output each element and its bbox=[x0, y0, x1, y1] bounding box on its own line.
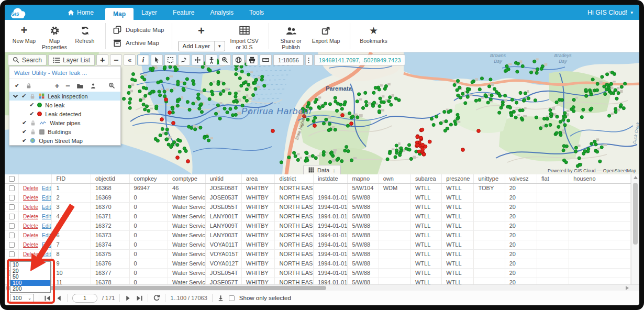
table-row[interactable]: DeleteEdit3163700Water Service ...JOSE05… bbox=[5, 202, 631, 212]
table-row[interactable]: DeleteEdit9163760Water Service ...VOYA01… bbox=[5, 259, 631, 268]
scroll-up-icon[interactable] bbox=[634, 176, 638, 179]
delete-link[interactable]: Delete bbox=[23, 223, 38, 229]
check-icon[interactable]: ✔ bbox=[22, 128, 27, 135]
map-properties-button[interactable]: Map Properties bbox=[39, 21, 70, 51]
page-size-option-200[interactable]: 200 bbox=[10, 286, 50, 292]
row-checkbox[interactable] bbox=[9, 223, 15, 229]
refresh-button[interactable]: Refresh bbox=[70, 21, 100, 51]
zoom-in-button[interactable]: + bbox=[96, 54, 108, 65]
column-header-compkey[interactable]: compkey bbox=[129, 174, 168, 183]
map-canvas[interactable]: Porirua Harbour Paremata BrownsBay Brade… bbox=[5, 52, 639, 174]
layer-item-water-pipes[interactable]: ✔ Water pipes bbox=[9, 118, 120, 127]
reload-table-button[interactable] bbox=[153, 294, 160, 302]
add-layer-caret-icon[interactable]: ▾ bbox=[215, 41, 225, 51]
share-publish-button[interactable]: Share or Publish bbox=[274, 21, 308, 51]
first-page-button[interactable] bbox=[44, 295, 51, 302]
page-size-dropdown[interactable]: 102050100200 bbox=[10, 261, 51, 293]
bookmarks-button[interactable]: ★ Bookmarks bbox=[356, 21, 392, 51]
delete-link[interactable]: Delete bbox=[23, 251, 38, 257]
table-row[interactable]: DeleteEdit11163780Water Service ...JOSE0… bbox=[5, 278, 631, 284]
column-header-unitid[interactable]: unitid bbox=[205, 174, 241, 183]
delete-link[interactable]: Delete bbox=[23, 233, 38, 238]
horizontal-scroll-thumb[interactable] bbox=[6, 286, 326, 290]
person-icon[interactable] bbox=[90, 83, 96, 89]
delete-link[interactable]: Delete bbox=[23, 204, 38, 210]
vertical-scrollbar[interactable] bbox=[631, 174, 639, 284]
collapse-toolbar-button[interactable]: « bbox=[124, 54, 136, 65]
edit-link[interactable]: Edit bbox=[42, 204, 51, 210]
full-extent-button[interactable] bbox=[232, 54, 245, 65]
table-row[interactable]: DeleteEdit6163730Water Service ...LANY00… bbox=[5, 230, 631, 240]
table-row[interactable]: DeleteEdit8163750Water Service ...VOYA01… bbox=[5, 249, 631, 259]
edit-link[interactable]: Edit bbox=[42, 233, 51, 238]
more-options-button[interactable]: ⋮ bbox=[305, 54, 313, 65]
column-header-own[interactable]: own bbox=[379, 174, 410, 183]
page-size-option-10[interactable]: 10 bbox=[10, 262, 50, 268]
select-area-button[interactable] bbox=[164, 54, 176, 65]
export-map-button[interactable]: Export Map bbox=[308, 21, 345, 51]
zoom-out-button[interactable]: − bbox=[110, 54, 122, 65]
check-icon[interactable]: ✔ bbox=[29, 102, 34, 108]
column-header-FID[interactable]: FID bbox=[52, 174, 91, 183]
measure-button[interactable] bbox=[260, 54, 272, 65]
vertical-scroll-thumb[interactable] bbox=[633, 183, 638, 245]
layer-item-leak-detected[interactable]: ✔ Leak detected bbox=[9, 109, 120, 118]
select-all-checkbox[interactable] bbox=[9, 176, 15, 182]
row-checkbox[interactable] bbox=[9, 214, 15, 219]
column-header-comptype[interactable]: comptype bbox=[168, 174, 206, 183]
download-icon[interactable] bbox=[217, 295, 224, 302]
gps-tool-button[interactable] bbox=[205, 54, 217, 65]
next-page-button[interactable] bbox=[125, 295, 131, 302]
search-button[interactable]: Search bbox=[8, 54, 47, 65]
edit-link[interactable]: Edit bbox=[42, 242, 51, 248]
import-csv-button[interactable]: Import CSV or XLS bbox=[226, 21, 263, 51]
tab-analysis[interactable]: Analysis bbox=[202, 5, 241, 20]
column-header-unittype[interactable]: unittype bbox=[474, 174, 505, 183]
delete-link[interactable]: Delete bbox=[23, 195, 38, 201]
layer-item-osm[interactable]: ✔ Open Street Map bbox=[9, 136, 120, 145]
column-header-objectid[interactable]: objectid bbox=[91, 174, 129, 183]
pointer-tool-button[interactable] bbox=[151, 54, 163, 65]
layer-list-button[interactable]: Layer List bbox=[48, 54, 95, 65]
tab-layer[interactable]: Layer bbox=[134, 5, 165, 20]
layer-item-buildings[interactable]: ✔ Buildings bbox=[9, 127, 120, 136]
check-icon[interactable]: ✔ bbox=[22, 137, 27, 144]
user-menu[interactable]: Hi GIS Cloud! ▾ bbox=[587, 9, 633, 16]
delete-link[interactable]: Delete bbox=[23, 242, 38, 248]
horizontal-scrollbar[interactable] bbox=[5, 284, 639, 291]
column-header-instdate[interactable]: instdate bbox=[314, 174, 348, 183]
tab-feature[interactable]: Feature bbox=[165, 5, 202, 20]
print-button[interactable] bbox=[246, 54, 258, 65]
zoom-select-button[interactable] bbox=[219, 54, 231, 65]
lock-icon[interactable] bbox=[30, 129, 36, 135]
data-panel-tab[interactable]: Data ↓ bbox=[303, 165, 341, 174]
row-checkbox[interactable] bbox=[9, 242, 15, 248]
row-checkbox[interactable] bbox=[9, 185, 15, 191]
table-row[interactable]: DeleteEdit5163720Water Service ...LANY00… bbox=[5, 221, 631, 230]
row-checkbox[interactable] bbox=[9, 251, 15, 257]
info-tool-button[interactable]: i bbox=[137, 54, 149, 65]
column-header-preszone[interactable]: preszone bbox=[442, 174, 474, 183]
check-icon[interactable]: ✔ bbox=[22, 119, 27, 126]
lock-icon[interactable] bbox=[30, 120, 36, 126]
prev-page-button[interactable] bbox=[55, 295, 62, 302]
check-all-icon[interactable]: ✔ bbox=[15, 82, 19, 89]
delete-link[interactable]: Delete bbox=[23, 185, 38, 191]
column-header-subarea[interactable]: subarea bbox=[410, 174, 441, 183]
scale-indicator[interactable]: 1:18056 bbox=[273, 54, 304, 65]
page-number-input[interactable] bbox=[72, 294, 97, 303]
table-row[interactable]: DeleteEdit2163690Water Service ...JOSE05… bbox=[5, 193, 631, 202]
column-header-valvesz[interactable]: valvesz bbox=[505, 174, 537, 183]
lock-all-icon[interactable] bbox=[26, 83, 32, 89]
archive-map-button[interactable]: Archive Map bbox=[113, 39, 164, 47]
zoom-to-layer-icon[interactable] bbox=[108, 82, 115, 89]
new-map-button[interactable]: + New Map bbox=[9, 21, 39, 51]
column-header-district[interactable]: district bbox=[275, 174, 314, 183]
table-row[interactable]: DeleteEdit4163710Water Service ...LANY00… bbox=[5, 212, 631, 221]
edit-link[interactable]: Edit bbox=[42, 195, 51, 201]
row-checkbox[interactable] bbox=[9, 233, 15, 238]
add-layer-button[interactable]: Add Layer ▾ bbox=[178, 41, 225, 51]
folder-icon[interactable] bbox=[76, 83, 84, 89]
remove-layer-icon[interactable]: − bbox=[65, 81, 70, 90]
collapse-panel-icon[interactable]: ↓ bbox=[332, 167, 336, 173]
